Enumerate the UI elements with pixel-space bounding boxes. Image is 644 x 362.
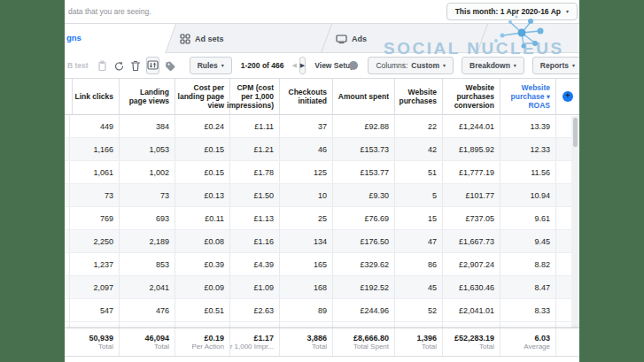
caret-down-icon: ▾ [572,63,575,68]
column-header-label: Link clicks [75,92,113,101]
columns-value: Custom [411,61,439,70]
table-cell: £1.16 [230,230,280,252]
table-cell: £329.62 [333,253,395,275]
table-cell: £4.39 [230,253,280,275]
table-cell: 22 [395,115,443,137]
table-cell: £737.05 [443,207,500,229]
column-header-0[interactable]: Link clicks [70,79,120,114]
table-cell: 125 [280,161,333,183]
table-cell: £76.69 [333,207,395,229]
table-cell: £2,041.01 [443,299,500,321]
totals-end-cell [556,328,579,356]
table-row: 547476£0.51£2.6389£244.9652£2,041.018.33 [65,299,579,322]
table-row: 2,0972,041£0.09£1.09168£192.5245£1,630.4… [65,276,579,299]
trash-icon [130,60,141,72]
table-cell: 45 [395,276,443,298]
columns-label: Columns: [376,61,407,70]
totals-cell: £1.17Per 1,000 Impr... [230,328,280,356]
totals-cell: 1,396Total [395,328,443,356]
table-cell: 8.47 [500,276,556,298]
date-range-button[interactable]: This month: 1 Apr 2020-16 Ap ▾ [446,3,578,20]
next-page-button[interactable]: ▶ [299,57,306,74]
table-cell: 9.61 [500,207,556,229]
table-row: 2,2502,189£0.08£1.16134£176.5047£1,667.7… [65,230,579,253]
ab-test-button[interactable]: B test [67,61,89,70]
column-header-2[interactable]: Cost per landing page view [175,79,230,114]
table-cell: £1.11 [230,115,280,137]
breakdown-button[interactable]: Breakdown ▾ [462,57,524,74]
tab-divider [321,24,332,53]
caret-down-icon: ▾ [221,63,224,68]
tag-icon [165,60,176,72]
tab-ads[interactable]: Ads [336,24,367,53]
add-column-cell[interactable]: + [556,79,579,114]
column-header-6[interactable]: Website purchases [395,79,443,114]
reports-button[interactable]: Reports ▾ [532,57,579,74]
totals-value: 46,094 [144,334,169,343]
column-header-label: Amount spent [338,92,389,101]
caret-down-icon: ▾ [566,9,569,14]
column-header-3[interactable]: CPM (cost per 1,000 impressions) [230,79,280,114]
table-cell: 449 [70,115,120,137]
column-header-label: Website purchases [397,88,437,105]
table-cell: £176.50 [333,230,395,252]
table-cell: £153.77 [333,161,395,183]
table-cell: £1,895.92 [443,138,500,160]
totals-label: Total [422,343,437,350]
totals-label: Total Spent [353,343,389,350]
table-cell: 8.82 [500,253,556,275]
export-button[interactable] [146,57,159,74]
totals-value: 50,939 [89,334,113,343]
table-cell: £0.15 [175,138,230,160]
scrollbar-track[interactable] [571,116,579,327]
table-cell: 168 [280,276,333,298]
context-text: data that you are seeing. [68,7,151,16]
revert-button[interactable] [113,58,125,73]
refresh-icon [113,60,125,72]
column-header-5[interactable]: Amount spent [333,79,395,114]
totals-label: Total [312,343,327,350]
duplicate-button[interactable] [97,58,108,73]
columns-button[interactable]: Columns: Custom ▾ [368,57,454,74]
totals-label: Total [479,343,494,350]
totals-cell: 46,094Total [120,328,175,356]
totals-value: £8,666.80 [353,334,389,343]
screen-icon [336,34,347,44]
column-header-4[interactable]: Checkouts initiated [280,79,333,114]
totals-cell: £0.19Per Action [175,328,230,356]
table-cell: £2,907.24 [443,253,500,275]
swap-arrows-icon [147,60,159,71]
rules-button[interactable]: Rules ▾ [190,57,232,74]
column-header-1[interactable]: Landing page views [120,79,175,114]
table-cell: £244.96 [333,299,395,321]
table-row: 1,1661,053£0.15£1.2146£153.7342£1,895.92… [65,138,579,161]
table-cell: £1,667.73 [443,230,500,252]
table-cell: 1,237 [70,253,120,275]
table-cell: 86 [395,253,443,275]
column-header-8[interactable]: Website purchase ▾ ROAS [500,79,556,114]
tab-ad-sets[interactable]: Ad sets [180,24,224,53]
totals-cell: 6.03Average [500,328,556,356]
caret-down-icon: ▾ [514,63,516,68]
table-cell: 51 [395,161,443,183]
prev-page-button[interactable]: ◀ [291,62,296,69]
totals-label: Average [524,343,550,350]
table-row: 1,237853£0.39£4.39165£329.6286£2,907.248… [65,253,579,276]
tag-button[interactable] [165,58,176,73]
table-cell: 693 [120,207,175,229]
scrollbar-thumb[interactable] [573,118,578,147]
table-row: 1,0611,002£0.15£1.78125£153.7751£1,777.1… [65,161,579,184]
table-cell: 46 [280,138,333,160]
column-header-7[interactable]: Website purchases conversion [443,79,500,114]
totals-cell: £52,283.19Total [443,328,500,356]
caret-down-icon: ▾ [443,63,446,68]
tab-campaigns[interactable] [65,24,176,54]
table-cell: £0.09 [175,276,230,298]
delete-button[interactable] [130,58,141,73]
table-cell: 1,002 [120,161,175,183]
table-cell: 73 [120,184,175,206]
clipboard-icon [97,60,108,72]
table-cell: £192.52 [333,276,395,298]
tab-divider [477,24,488,53]
tab-campaigns-label: gns [66,33,81,42]
